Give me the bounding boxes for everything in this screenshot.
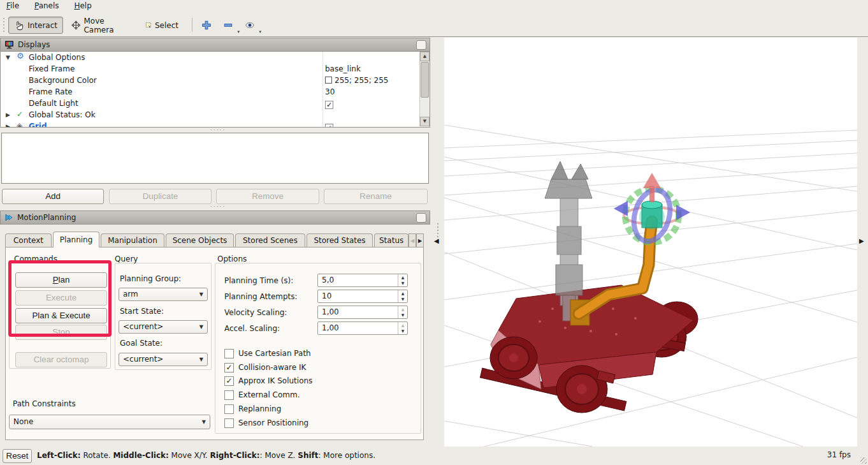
chevron-down-icon: ▼ [199, 321, 203, 334]
planning-time-spinbox[interactable]: 5,0 ▲▼ [317, 274, 408, 287]
path-constraints-label: Path Constraints [13, 399, 76, 408]
sensor-positioning-label: Sensor Positioning [238, 418, 308, 427]
displays-float-button[interactable] [416, 40, 426, 50]
marker-cone-right[interactable] [676, 205, 690, 220]
grid-display-icon: ◈ [17, 120, 25, 128]
planning-attempts-spinbox[interactable]: 10 ▲▼ [317, 290, 408, 303]
planning-group-combobox[interactable]: arm▼ [119, 288, 208, 301]
collision-aware-ik-label: Collision-aware IK [238, 363, 306, 372]
grid-checkbox[interactable]: ✓ [325, 124, 333, 128]
spinner-arrows[interactable]: ▲▼ [398, 274, 407, 286]
tab-scroll-left-arrow[interactable]: ◀ [409, 233, 416, 247]
marker-arrow-up[interactable] [643, 173, 661, 188]
marker-cone-left[interactable] [614, 201, 628, 216]
path-constraints-combobox[interactable]: None▼ [9, 415, 210, 429]
collapsed-arrow-icon[interactable]: ▶ [6, 121, 13, 128]
scrollbar-thumb[interactable] [421, 62, 429, 98]
color-swatch [325, 77, 332, 84]
tree-row-label: Frame Rate [29, 86, 73, 98]
default-light-checkbox[interactable]: ✓ [325, 101, 333, 109]
tab-scene-objects[interactable]: Scene Objects [166, 233, 234, 247]
3d-scene-canvas[interactable] [444, 38, 857, 447]
tree-row-global-status[interactable]: ▶ ✓ Global Status: Ok [1, 109, 420, 121]
velocity-scaling-spinbox[interactable]: 1,00 ▲▼ [317, 306, 408, 319]
replanning-checkbox[interactable] [224, 404, 234, 414]
motionplanning-panel-header[interactable]: MotionPlanning [0, 210, 430, 225]
start-state-label: Start State: [120, 307, 164, 316]
select-tool-button[interactable]: Select [140, 17, 184, 34]
tab-context[interactable]: Context [5, 233, 52, 247]
tab-manipulation[interactable]: Manipulation [101, 233, 164, 247]
spinner-arrows[interactable]: ▲▼ [398, 322, 407, 334]
toolbar-drag-handle[interactable] [3, 18, 4, 32]
selection-box-icon [145, 20, 152, 31]
collapse-left-arrow[interactable]: ◀ [434, 237, 439, 244]
frame-rate-value[interactable]: 30 [325, 86, 335, 98]
menu-bar: File Panels Help [0, 0, 868, 13]
external-comm-checkbox[interactable] [224, 390, 234, 400]
tree-row-global-options[interactable]: ▼ ⚙ Global Options [1, 52, 420, 63]
expand-arrow-icon[interactable]: ▼ [6, 52, 13, 63]
goal-state-combobox[interactable]: <current>▼ [119, 353, 208, 366]
reset-button[interactable]: Reset [3, 449, 32, 463]
window-resize-grip[interactable] [860, 457, 867, 464]
zoom-in-tool-button[interactable] [196, 17, 217, 34]
interact-tool-button[interactable]: Interact [8, 17, 63, 34]
plan-button[interactable]: Plan [15, 272, 107, 288]
menu-panels[interactable]: Panels [28, 0, 66, 13]
start-state-combobox[interactable]: <current>▼ [119, 320, 208, 334]
tab-status[interactable]: Status [374, 233, 409, 247]
query-group-label: Query [115, 255, 138, 263]
execute-button[interactable]: Execute [15, 290, 107, 306]
displays-panel-header[interactable]: Displays [0, 38, 430, 52]
collapsed-arrow-icon[interactable]: ▶ [6, 109, 13, 121]
3d-viewport[interactable] [444, 38, 857, 447]
fps-counter: 31 fps [827, 447, 851, 464]
motionplanning-icon [4, 213, 13, 222]
tab-scroll-right-arrow[interactable]: ▶ [416, 233, 424, 247]
menu-file[interactable]: File [0, 0, 25, 13]
zoom-out-tool-button[interactable]: ▾ [218, 17, 238, 34]
tree-row-frame-rate[interactable]: Frame Rate 30 [1, 86, 420, 98]
spinner-arrows[interactable]: ▲▼ [398, 290, 407, 302]
add-display-button[interactable]: Add [2, 189, 104, 204]
menu-help[interactable]: Help [68, 0, 98, 13]
velocity-scaling-label: Velocity Scaling: [224, 308, 287, 317]
tree-row-fixed-frame[interactable]: Fixed Frame base_link [1, 63, 420, 75]
tree-scrollbar[interactable]: ▲ ▼ [419, 52, 430, 126]
clear-octomap-button[interactable]: Clear octomap [15, 352, 107, 367]
spinner-arrows[interactable]: ▲▼ [398, 306, 407, 318]
background-color-value[interactable]: 255; 255; 255 [325, 75, 388, 86]
tree-row-label: Fixed Frame [29, 63, 75, 75]
scroll-up-arrow[interactable]: ▲ [420, 52, 430, 61]
tree-row-default-light[interactable]: Default Light ✓ [1, 98, 420, 109]
sensor-positioning-checkbox[interactable] [224, 418, 234, 428]
collision-aware-ik-checkbox[interactable]: ✓ [224, 363, 234, 373]
view-dropdown-arrow[interactable]: ▾ [259, 29, 261, 34]
remove-display-button[interactable]: Remove [216, 189, 319, 204]
duplicate-display-button[interactable]: Duplicate [109, 189, 212, 204]
splitter-handle[interactable]: ····· [210, 203, 226, 210]
tab-planning[interactable]: Planning [53, 232, 99, 247]
tab-stored-scenes[interactable]: Stored Scenes [235, 233, 305, 247]
minus-icon [223, 20, 233, 31]
accel-scaling-spinbox[interactable]: 1,00 ▲▼ [317, 321, 408, 335]
toolbar-separator [192, 18, 192, 32]
mouse-help-text: Left-Click: Rotate. Middle-Click: Move X… [37, 447, 375, 465]
collapse-right-arrow[interactable]: ▶ [859, 237, 864, 244]
scroll-down-arrow[interactable]: ▼ [420, 117, 430, 126]
stop-button[interactable]: Stop [15, 325, 107, 340]
commands-group-label: Commands [14, 255, 57, 263]
plan-and-execute-button[interactable]: Plan & Execute [15, 308, 107, 323]
rename-display-button[interactable]: Rename [324, 189, 428, 204]
motionplanning-float-button[interactable] [416, 213, 426, 223]
tab-stored-states[interactable]: Stored States [307, 233, 373, 247]
fixed-frame-value[interactable]: base_link [325, 63, 361, 75]
external-comm-label: External Comm. [238, 390, 300, 399]
view-tool-button[interactable]: ▾ [240, 17, 260, 34]
move-camera-tool-button[interactable]: Move Camera [66, 17, 134, 34]
use-cartesian-path-checkbox[interactable] [224, 349, 234, 358]
approx-ik-solutions-checkbox[interactable]: ✓ [224, 376, 234, 386]
tree-row-background-color[interactable]: Background Color 255; 255; 255 [1, 75, 420, 86]
tree-row-label: Global Options [29, 52, 85, 63]
